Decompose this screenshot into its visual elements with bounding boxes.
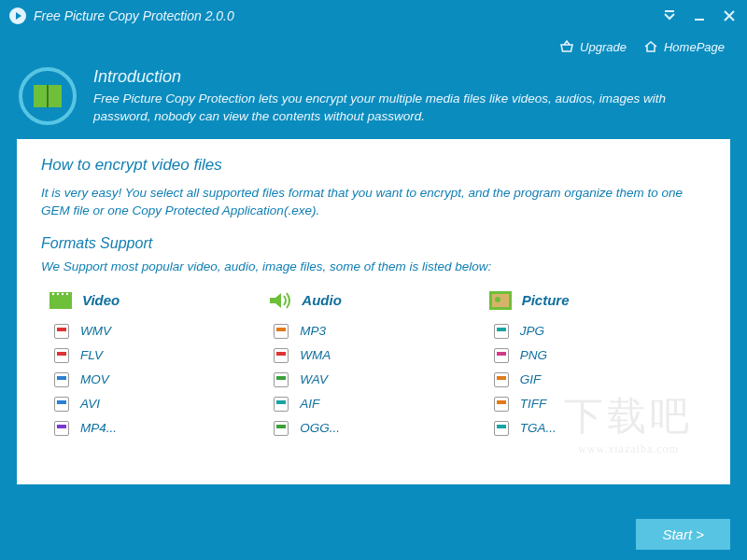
homepage-label: HomePage [664, 40, 725, 54]
intro-icon [19, 67, 77, 125]
minimize-button[interactable] [691, 7, 708, 24]
list-item: WMA [268, 348, 478, 363]
svg-rect-11 [492, 294, 509, 307]
intro-body: Free Picture Copy Protection lets you en… [93, 91, 710, 126]
column-video-label: Video [82, 292, 120, 308]
file-icon [54, 324, 69, 339]
list-item: FLV [49, 348, 259, 363]
intro-title: Introduction [93, 67, 710, 87]
svg-rect-3 [49, 296, 72, 309]
file-icon [54, 372, 69, 387]
upgrade-label: Upgrade [580, 40, 627, 54]
column-audio: Audio MP3 WMA WAV AIF OGG... [268, 290, 478, 445]
file-icon [54, 421, 69, 436]
audio-icon [268, 290, 292, 311]
file-icon [274, 324, 289, 339]
list-item: MOV [49, 372, 259, 387]
basket-icon [559, 39, 574, 54]
footer: Start > [636, 508, 730, 560]
file-icon [494, 421, 509, 436]
picture-icon [488, 290, 513, 311]
list-item: MP4... [49, 421, 259, 436]
window-controls [661, 7, 738, 24]
homepage-link[interactable]: HomePage [643, 39, 725, 54]
window-title: Free Picture Copy Protection 2.0.0 [34, 8, 234, 23]
main-card: How to encrypt video files It is very ea… [17, 139, 730, 484]
upgrade-link[interactable]: Upgrade [559, 39, 627, 54]
svg-point-7 [62, 293, 63, 295]
file-icon [494, 397, 509, 412]
svg-point-6 [57, 293, 59, 295]
start-button[interactable]: Start > [636, 519, 730, 550]
watermark: 下载吧www.xiazaiba.com [564, 390, 693, 456]
formats-title: Formats Support [41, 235, 706, 252]
home-icon [643, 39, 658, 54]
file-icon [274, 397, 289, 412]
book-icon [34, 85, 62, 107]
file-icon [274, 421, 289, 436]
intro-section: Introduction Free Picture Copy Protectio… [0, 63, 747, 139]
svg-marker-9 [270, 293, 281, 308]
list-item: OGG... [268, 421, 478, 436]
howto-body: It is very easy! You select all supporte… [41, 184, 706, 220]
close-button[interactable] [721, 7, 738, 24]
dropdown-icon[interactable] [661, 7, 678, 24]
column-video: Video WMV FLV MOV AVI MP4... [49, 290, 259, 445]
list-item: PNG [488, 348, 698, 363]
file-icon [54, 348, 69, 363]
list-item: MP3 [268, 324, 478, 339]
file-icon [494, 372, 509, 387]
list-item: WAV [268, 372, 478, 387]
titlebar: Free Picture Copy Protection 2.0.0 [0, 0, 747, 32]
list-item: AVI [49, 397, 259, 412]
svg-point-8 [66, 293, 68, 295]
file-icon [494, 348, 509, 363]
howto-title: How to encrypt video files [41, 156, 706, 175]
list-item: WMV [49, 324, 259, 339]
file-icon [274, 348, 289, 363]
svg-point-12 [495, 297, 500, 302]
list-item: AIF [268, 397, 478, 412]
start-label: Start > [662, 526, 704, 542]
formats-subtitle: We Support most popular video, audio, im… [41, 259, 706, 273]
video-icon [49, 290, 73, 311]
column-audio-label: Audio [302, 292, 342, 308]
toolbar-links: Upgrade HomePage [0, 32, 747, 63]
app-logo-icon [9, 7, 26, 24]
file-icon [494, 324, 509, 339]
column-picture-label: Picture [522, 292, 570, 308]
file-icon [274, 372, 289, 387]
file-icon [54, 397, 69, 412]
svg-point-5 [52, 293, 54, 295]
list-item: GIF [488, 372, 698, 387]
list-item: JPG [488, 324, 698, 339]
